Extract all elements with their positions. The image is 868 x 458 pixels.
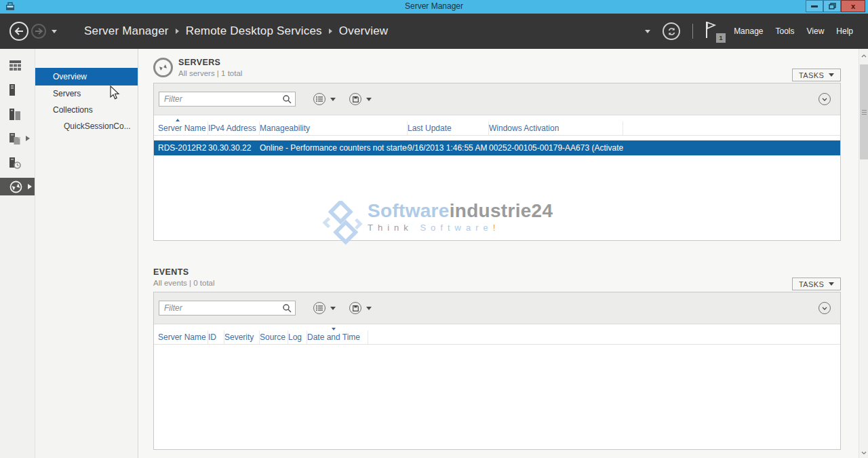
breadcrumb-separator-icon — [329, 28, 332, 34]
tasks-caret-icon — [829, 282, 834, 286]
watermark: Softwareindustrie24 Think Software! — [323, 201, 553, 247]
forward-icon — [35, 28, 43, 35]
breadcrumb-server-manager[interactable]: Server Manager — [84, 24, 169, 38]
softwareindustrie24-logo-icon — [323, 201, 363, 247]
sort-asc-icon — [176, 119, 180, 121]
servers-filter-input[interactable] — [159, 92, 296, 107]
expand-arrow-icon[interactable] — [26, 136, 30, 141]
collapse-chevron-icon — [822, 98, 827, 101]
cell-ipv4: 30.30.30.22 — [208, 143, 260, 153]
breadcrumb-rds[interactable]: Remote Desktop Services — [186, 24, 322, 38]
scroll-up-icon[interactable] — [859, 50, 868, 61]
refresh-caret-icon[interactable] — [645, 30, 650, 33]
list-options-caret-icon[interactable] — [330, 98, 336, 101]
file-storage-icon — [9, 133, 20, 145]
list-options-button[interactable] — [313, 93, 326, 105]
events-tasks-button[interactable]: TASKS — [792, 278, 841, 290]
column-header-manageability[interactable]: Manageability — [260, 121, 408, 135]
column-header-server-name[interactable]: Server Name — [154, 330, 208, 344]
refresh-icon — [667, 27, 676, 36]
sidebar-item-collections[interactable]: Collections — [35, 102, 138, 118]
save-query-button[interactable] — [349, 302, 361, 314]
back-button[interactable] — [9, 22, 28, 41]
sidebar-file-storage-button[interactable] — [0, 130, 35, 147]
refresh-button[interactable] — [663, 22, 680, 40]
watermark-tagline: Think Software! — [368, 223, 553, 233]
sidebar-server-clock-button[interactable] — [0, 155, 35, 171]
list-options-icon — [316, 305, 323, 311]
sidebar-local-server-button[interactable] — [0, 81, 35, 98]
close-button[interactable]: x — [841, 0, 865, 12]
local-server-icon — [9, 84, 15, 96]
servers-title: SERVERS — [178, 58, 242, 67]
events-filter-input[interactable] — [159, 301, 296, 316]
rds-nav-column: Overview Servers Collections QuickSessio… — [35, 49, 138, 458]
dashboard-icon — [9, 60, 21, 71]
restore-icon — [829, 3, 836, 9]
tasks-caret-icon — [829, 73, 834, 77]
save-query-caret-icon[interactable] — [366, 307, 372, 310]
expand-arrow-icon[interactable] — [28, 184, 32, 189]
breadcrumb: Server Manager Remote Desktop Services O… — [84, 24, 388, 38]
events-collapse-button[interactable] — [818, 302, 831, 314]
sidebar-all-servers-button[interactable] — [0, 106, 35, 122]
servers-filterbar — [154, 83, 840, 115]
server-clock-icon — [9, 157, 21, 169]
minimize-button[interactable] — [806, 0, 823, 12]
servers-collapse-button[interactable] — [818, 93, 831, 105]
all-servers-icon — [9, 109, 20, 120]
cell-activation: 00252-00105-00179-AA673 (Activated) — [489, 143, 623, 153]
collapse-chevron-icon — [822, 307, 827, 310]
restore-button[interactable] — [823, 0, 841, 12]
breadcrumb-overview[interactable]: Overview — [339, 24, 388, 38]
servers-tasks-button[interactable]: TASKS — [792, 69, 841, 81]
navbar: Server Manager Remote Desktop Services O… — [0, 14, 868, 49]
search-icon[interactable] — [282, 303, 292, 316]
column-header-server-name[interactable]: Server Name — [154, 121, 208, 135]
content-area: SERVERS All servers | 1 total TASKS — [138, 49, 868, 458]
server-row-selected[interactable]: RDS-2012R2 30.30.30.22 Online - Performa… — [154, 140, 840, 155]
list-options-button[interactable] — [313, 302, 326, 314]
menu-help[interactable]: Help — [836, 26, 853, 36]
scrollbar-grip — [862, 112, 867, 113]
sidebar-icon-strip — [0, 49, 35, 458]
titlebar: Server Manager x — [0, 0, 868, 14]
back-icon — [14, 27, 24, 35]
column-header-ipv4[interactable]: IPv4 Address — [208, 121, 260, 135]
column-header-date-time[interactable]: Date and Time — [307, 330, 368, 344]
cell-server-name: RDS-2012R2 — [154, 143, 208, 153]
minimize-icon — [811, 5, 818, 7]
scrollbar-thumb[interactable] — [860, 64, 868, 159]
sidebar-item-quicksession[interactable]: QuickSessionCo... — [35, 118, 138, 134]
sidebar-rds-button[interactable] — [0, 178, 35, 195]
search-icon[interactable] — [282, 94, 292, 107]
sidebar-item-servers[interactable]: Servers — [35, 85, 138, 102]
servers-section-header: SERVERS All servers | 1 total — [153, 58, 242, 77]
column-header-id[interactable]: ID — [208, 330, 224, 344]
column-header-filler — [368, 330, 840, 344]
rds-icon — [9, 180, 22, 193]
forward-button[interactable] — [31, 24, 46, 39]
column-header-source[interactable]: Source — [260, 330, 288, 344]
cell-last-update: 9/16/2013 1:46:55 AM — [408, 143, 489, 153]
column-header-severity[interactable]: Severity — [224, 330, 260, 344]
vertical-scrollbar[interactable] — [859, 49, 868, 458]
notifications-button[interactable]: 1 — [705, 21, 722, 41]
menu-tools[interactable]: Tools — [776, 26, 795, 36]
save-query-caret-icon[interactable] — [366, 98, 372, 101]
save-query-button[interactable] — [349, 93, 361, 105]
sidebar-item-overview[interactable]: Overview — [35, 68, 138, 85]
column-header-last-update[interactable]: Last Update — [408, 121, 489, 135]
nav-divider — [692, 24, 693, 39]
notification-count-badge: 1 — [716, 33, 726, 43]
sidebar-dashboard-button[interactable] — [0, 57, 35, 73]
menu-manage[interactable]: Manage — [734, 26, 763, 36]
scroll-down-icon[interactable] — [859, 447, 868, 458]
menu-view[interactable]: View — [807, 26, 825, 36]
column-header-windows-activation[interactable]: Windows Activation — [489, 121, 623, 135]
list-options-caret-icon[interactable] — [330, 307, 336, 310]
cell-manageability: Online - Performance counters not starte… — [260, 143, 408, 153]
nav-history-caret-icon[interactable] — [52, 30, 57, 33]
breadcrumb-separator-icon — [176, 28, 179, 34]
column-header-log[interactable]: Log — [288, 330, 307, 344]
